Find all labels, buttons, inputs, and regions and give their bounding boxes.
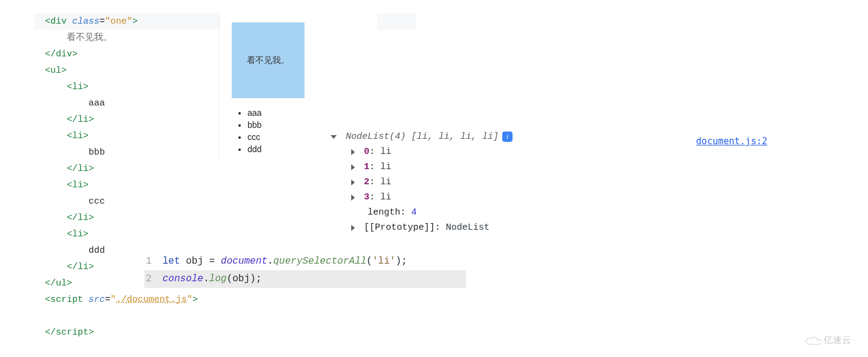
disclosure-triangle-icon[interactable] (351, 225, 355, 231)
console-output: document.js:2 NodeList(4) [li, li, li, l… (331, 129, 767, 235)
method: querySelectorAll (273, 256, 366, 267)
box-text: 看不见我。 (247, 55, 289, 66)
code-line (34, 308, 416, 324)
disclosure-triangle-open-icon[interactable] (331, 135, 337, 139)
info-icon[interactable]: i (502, 132, 513, 142)
identifier: obj (232, 273, 250, 284)
text-node: aaa (89, 98, 105, 108)
disclosure-triangle-icon[interactable] (351, 195, 355, 201)
value: li (380, 144, 391, 159)
object-preview: [li, li, li, li] (411, 129, 499, 144)
line-number: 1 (144, 253, 163, 270)
prop-value: 4 (411, 205, 417, 220)
code-line: <script src="./document.js"> (34, 292, 416, 308)
text-node: 看不见我。 (67, 33, 112, 43)
source-link[interactable]: document.js:2 (696, 134, 767, 149)
value: li (380, 159, 391, 175)
console-entry[interactable]: 2: li (351, 175, 767, 190)
string-arg: 'li' (372, 256, 395, 267)
code-line: 2 console.log(obj); (144, 270, 466, 288)
code-line: 1 let obj = document.querySelectorAll('l… (144, 253, 466, 270)
console-entry[interactable]: 3: li (351, 190, 767, 205)
watermark-text: 亿速云 (824, 335, 851, 346)
keyword: let (163, 256, 180, 267)
index: 0 (364, 144, 369, 159)
console-body: 0: li 1: li 2: li 3: li length: 4 [[Prot… (351, 144, 767, 235)
attr-value: ./document.js (116, 295, 187, 305)
disclosure-triangle-icon[interactable] (351, 179, 355, 185)
object-type: NodeList (346, 132, 389, 142)
object: document (221, 256, 267, 267)
watermark: 亿速云 (806, 335, 851, 346)
preview-div-one: 看不见我。 (232, 22, 304, 98)
object: console (163, 273, 203, 284)
value: li (380, 190, 391, 205)
text-node: bbb (89, 147, 105, 158)
prop-label: length (368, 205, 400, 220)
text-node: ccc (89, 196, 105, 207)
identifier: obj (186, 256, 203, 267)
method: log (209, 273, 227, 284)
value: li (380, 175, 391, 190)
line-number: 2 (144, 270, 163, 288)
index: 2 (364, 175, 369, 190)
code-line: </script> (34, 324, 416, 341)
console-entry[interactable]: [[Prototype]]: NodeList (351, 220, 767, 235)
index: 1 (364, 159, 369, 175)
text-node: ddd (89, 245, 105, 256)
console-entry: length: 4 (351, 205, 767, 220)
index: 3 (364, 190, 369, 205)
object-count: (4) (389, 132, 406, 142)
prop-value: NodeList (446, 220, 490, 235)
attr-value: one (110, 16, 127, 27)
js-source-code: 1 let obj = document.querySelectorAll('l… (144, 253, 466, 288)
prop-label: [[Prototype]] (364, 220, 435, 235)
disclosure-triangle-icon[interactable] (351, 149, 355, 155)
list-item: aaa (247, 107, 365, 119)
disclosure-triangle-icon[interactable] (351, 164, 355, 170)
cloud-icon (806, 335, 821, 346)
console-entry[interactable]: 1: li (351, 159, 767, 175)
